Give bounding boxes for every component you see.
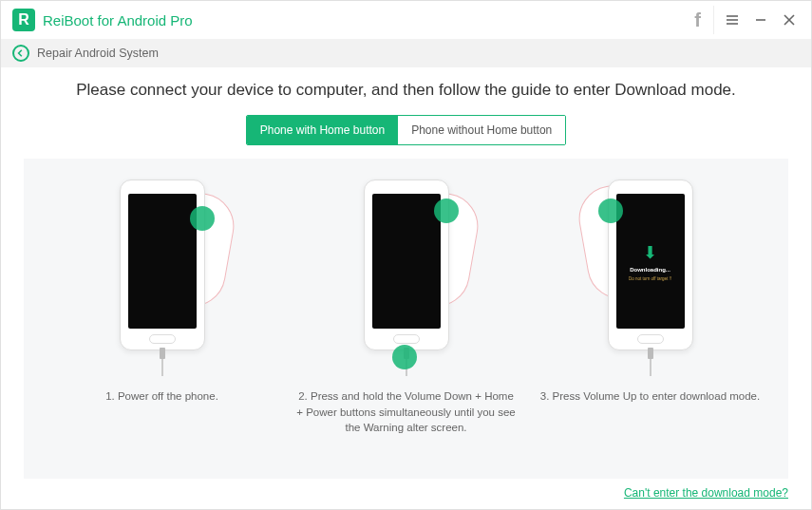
step-3-illustration: ⬇ Downloading... Do not turn off target … (608, 179, 693, 379)
tab-without-home-button[interactable]: Phone without Home button (398, 116, 565, 144)
tab-with-home-button[interactable]: Phone with Home button (247, 116, 398, 144)
app-logo: R (12, 9, 35, 31)
usb-cable-icon (160, 348, 165, 359)
step-1: 1. Power off the phone. (48, 179, 276, 463)
downloading-label: Downloading... (630, 267, 670, 273)
app-title: ReiBoot for Android Pro (43, 12, 193, 28)
cant-enter-download-mode-link[interactable]: Can't enter the download mode? (624, 486, 788, 500)
title-bar: R ReiBoot for Android Pro f (1, 1, 811, 39)
home-button-icon (393, 334, 420, 344)
press-indicator-icon (434, 198, 459, 223)
usb-cable-icon (648, 348, 653, 359)
step-2-illustration (364, 179, 449, 379)
phone-screen (128, 194, 197, 329)
facebook-icon[interactable]: f (686, 6, 714, 34)
step-2-caption: 2. Press and hold the Volume Down + Home… (293, 388, 520, 436)
close-icon[interactable] (775, 6, 803, 34)
press-indicator-icon (190, 206, 215, 231)
steps-container: 1. Power off the phone. 2. Press and hol… (24, 159, 788, 479)
step-1-illustration (120, 179, 205, 379)
breadcrumb-text: Repair Android System (37, 47, 159, 60)
phone-icon (120, 179, 205, 350)
home-button-icon (637, 334, 664, 344)
step-1-caption: 1. Power off the phone. (102, 388, 222, 405)
main-panel: Please connect your device to computer, … (1, 67, 811, 510)
step-3-caption: 3. Press Volume Up to enter download mod… (537, 388, 764, 405)
minimize-icon[interactable] (746, 6, 775, 34)
step-2: 2. Press and hold the Volume Down + Home… (293, 179, 520, 463)
menu-icon[interactable] (718, 6, 746, 34)
download-warning-label: Do not turn off target !! (629, 276, 671, 281)
phone-screen (372, 194, 441, 329)
press-indicator-icon (598, 198, 623, 223)
tab-switcher: Phone with Home button Phone without Hom… (246, 115, 567, 145)
page-heading: Please connect your device to computer, … (76, 81, 736, 100)
download-arrow-icon: ⬇ (643, 242, 657, 263)
window-controls: f (686, 6, 803, 34)
back-button[interactable] (12, 45, 29, 62)
phone-screen-download: ⬇ Downloading... Do not turn off target … (616, 194, 685, 329)
breadcrumb: Repair Android System (1, 39, 811, 67)
home-button-icon (149, 334, 176, 344)
step-3: ⬇ Downloading... Do not turn off target … (537, 179, 765, 463)
press-indicator-icon (392, 345, 417, 369)
